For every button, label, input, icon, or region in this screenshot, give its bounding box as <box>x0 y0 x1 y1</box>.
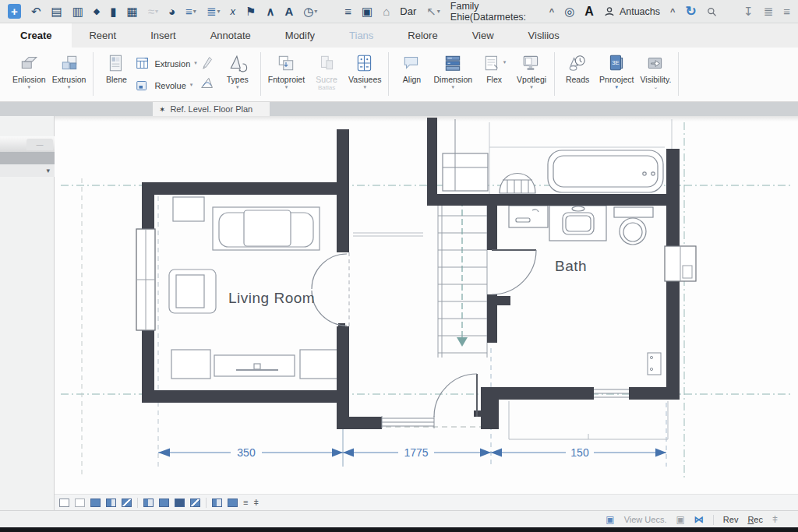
family-selector[interactable]: Family Ehie(Datarmetes: ^ <box>450 1 554 23</box>
button-label: Align <box>403 75 421 84</box>
viewport-button[interactable]: Vpotlegi ▾ <box>513 51 550 91</box>
temporary-properties-icon[interactable] <box>212 499 222 507</box>
ribbon-divider <box>93 52 94 96</box>
schedule-icon[interactable]: ≡ <box>344 5 351 17</box>
pin-icon[interactable]: ǂ <box>772 514 778 525</box>
tab-annotate[interactable]: Annotate <box>193 23 268 48</box>
chevron-up-icon[interactable]: ^ <box>670 7 675 16</box>
revolve-icon <box>135 78 150 93</box>
pin-icon[interactable]: ǂ <box>253 498 258 507</box>
analytical-icon[interactable]: ≡ <box>243 498 248 507</box>
dimension-annotations[interactable]: 350 1775 150 <box>158 446 666 459</box>
list-tool-icon[interactable]: ≡▾ <box>185 5 196 17</box>
align-button[interactable]: Align <box>393 51 430 86</box>
blend-button[interactable]: Blene <box>97 51 135 86</box>
visibility-button[interactable]: Visibility. ⌄ <box>637 51 674 91</box>
button-label: Sucre <box>316 75 337 84</box>
tab-reent[interactable]: Reent <box>72 23 133 48</box>
clock-icon[interactable]: ◷▾ <box>303 5 317 17</box>
types-button[interactable]: Types ▾ <box>219 51 256 91</box>
tab-visliios[interactable]: Visliios <box>511 23 577 48</box>
reads-button[interactable]: Reads <box>559 51 596 86</box>
button-label: Dimension <box>433 75 472 84</box>
rec-button[interactable]: Rec <box>747 515 763 524</box>
sync-icon[interactable]: ◕ <box>168 5 175 17</box>
shadows-icon[interactable] <box>122 499 132 507</box>
pointer-icon[interactable]: ↖▾ <box>426 5 440 17</box>
pick-path-icon[interactable] <box>199 74 216 91</box>
window-copy-icon[interactable]: ▥ <box>72 5 83 17</box>
align-bottom-icon[interactable]: ≡ <box>783 5 790 17</box>
search-icon[interactable] <box>707 6 716 17</box>
stack-tool-icon[interactable]: ≣▾ <box>207 5 221 17</box>
refresh-icon[interactable]: ↻ <box>685 5 696 18</box>
panel-collapse-handle[interactable]: — <box>26 139 53 150</box>
quick-access-toolbar: + ↶ ▤ ▥ ◆ ▮ ▦ ≈▾ ◕ ≡▾ ≣▾ x ⚑ ∧ A ◷▾ ≡ ▣ … <box>0 0 798 23</box>
button-label: Extrusion <box>52 75 87 84</box>
extrusion-button[interactable]: Extrusion ▾ <box>49 51 90 91</box>
align-lines-icon[interactable]: ≣ <box>764 5 774 17</box>
home-icon[interactable]: ⌂ <box>383 5 390 17</box>
floor-plan-drawing: Living Room Bath 350 1775 150 <box>55 116 798 511</box>
tab-create[interactable]: Create <box>0 23 72 48</box>
bowtie-icon[interactable]: ⋈ <box>694 514 704 525</box>
section-icon[interactable]: ▮ <box>110 5 116 17</box>
window-edit-icon[interactable]: ▣ <box>606 514 614 525</box>
angle-icon[interactable]: ∧ <box>266 5 274 17</box>
show-crop-icon[interactable] <box>159 499 169 507</box>
button-label: Flex <box>486 75 502 84</box>
dimension-button[interactable]: Dimension ▾ <box>430 51 475 91</box>
user-menu[interactable]: Antuachs <box>604 6 660 17</box>
disabled-tools-icon: ≈▾ <box>148 5 158 17</box>
dropdown-arrow-icon[interactable]: ▾ <box>46 167 50 174</box>
tab-modify[interactable]: Modify <box>268 23 332 48</box>
constraints-icon[interactable] <box>228 499 238 507</box>
scale-icon[interactable] <box>59 499 69 507</box>
new-file-button[interactable]: + <box>8 4 21 19</box>
rev-button[interactable]: Rev <box>723 515 739 524</box>
dropdown-caret-icon: ⌄ <box>654 86 659 90</box>
sun-path-icon[interactable] <box>106 499 116 507</box>
properties-panel[interactable]: — ▾ <box>0 116 55 510</box>
divider <box>713 515 714 525</box>
blend-icon <box>106 53 126 73</box>
tab-relore[interactable]: Relore <box>390 23 454 48</box>
download-icon[interactable]: ↧ <box>743 5 754 17</box>
visual-style-icon[interactable] <box>90 499 101 507</box>
room-label-living[interactable]: Living Room <box>228 290 315 306</box>
extrusion-3d-button[interactable]: Enliosion ▾ <box>9 51 49 91</box>
detail-level-icon[interactable] <box>75 499 85 507</box>
revolve-button[interactable]: Revolue ▾ <box>135 76 196 95</box>
flex-button[interactable]: ▾ Flex <box>475 51 513 86</box>
image-export-icon[interactable]: ▦ <box>127 5 138 17</box>
project-overlap-button[interactable]: Fntoproiet ▾ <box>265 51 308 91</box>
view-tab-floor-plan[interactable]: ✶ Ref. Level. Floor Plan <box>153 102 270 116</box>
flag-icon[interactable]: ⚑ <box>245 5 256 17</box>
project-button[interactable]: 3E Pnrooject ▾ <box>596 51 637 91</box>
button-label: Types <box>227 75 249 84</box>
speech-bubble-icon <box>401 53 422 73</box>
pencil-icon[interactable] <box>199 54 216 71</box>
values-button[interactable]: Vasiuees ▾ <box>345 51 384 91</box>
tab-tians[interactable]: Tians <box>332 23 390 48</box>
extrusion-small-button[interactable]: Extrusion ▾ <box>135 54 196 73</box>
chevron-up-icon[interactable]: ^ <box>549 7 554 16</box>
reveal-hidden-icon[interactable] <box>190 499 200 507</box>
badge-icon[interactable]: ◎ <box>564 5 574 17</box>
tab-view[interactable]: View <box>455 23 511 48</box>
tab-insert[interactable]: Insert <box>133 23 193 48</box>
component-icon[interactable]: ◆ <box>94 7 100 16</box>
sketch-tools <box>197 51 219 91</box>
bold-a-icon[interactable]: A <box>584 5 594 18</box>
clipboard-icon[interactable]: ▣ <box>362 5 373 17</box>
document-icon[interactable]: ▤ <box>51 5 62 17</box>
temporary-hide-icon[interactable] <box>175 499 185 507</box>
drawing-canvas[interactable]: Living Room Bath 350 1775 150 <box>55 116 798 510</box>
room-label-bath[interactable]: Bath <box>555 258 587 274</box>
text-icon[interactable]: A <box>284 5 293 17</box>
undo-icon[interactable]: ↶ <box>31 5 41 17</box>
crop-view-icon[interactable] <box>143 499 154 507</box>
formula-icon[interactable]: x <box>230 6 235 16</box>
svg-text:3E: 3E <box>613 59 620 66</box>
layers-icon[interactable]: ▣ <box>676 514 685 525</box>
